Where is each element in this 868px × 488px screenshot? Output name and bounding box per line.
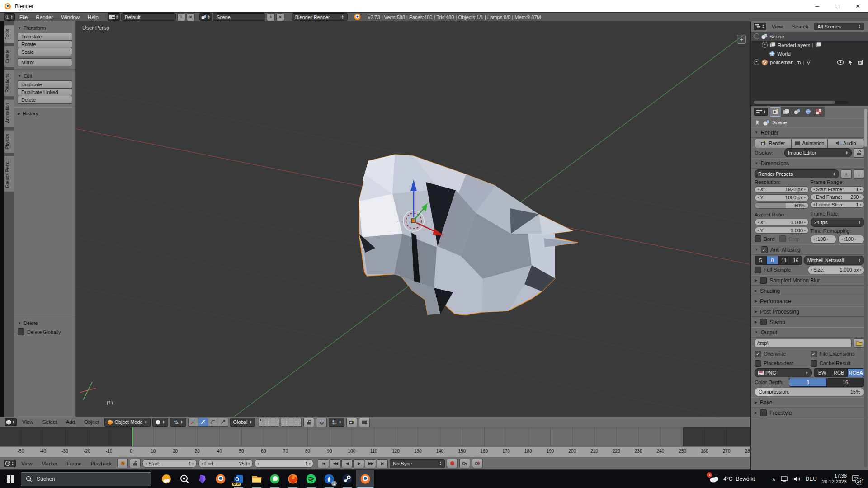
taskbar-app-blender-active[interactable] — [356, 470, 374, 488]
panel-header-stamp[interactable]: ▶ Stamp:::: — [751, 317, 868, 327]
timeline-ruler[interactable]: -50-40-30-20-100102030405060708090100110… — [0, 446, 750, 457]
taskbar-app-spotify[interactable] — [302, 470, 320, 488]
cache-result-checkbox[interactable] — [811, 360, 817, 367]
action-center-button[interactable]: 24 — [852, 475, 860, 483]
remap-old-field[interactable]: ◂:100▸ — [811, 235, 837, 244]
viewport-3d[interactable]: User Persp (1) + — [76, 21, 750, 417]
region-expand-icon[interactable]: + — [737, 35, 746, 44]
add-preset-button[interactable]: + — [841, 169, 852, 179]
delete-keying-set-icon[interactable] — [472, 459, 483, 468]
viewport-shading-select[interactable]: ▲▼ — [152, 418, 168, 427]
snap-element-select[interactable]: ▲▼ — [329, 418, 344, 427]
lock-to-scene-button[interactable] — [303, 418, 314, 427]
visibility-eye-icon[interactable] — [837, 60, 844, 65]
timeline-menu-frame[interactable]: Frame — [63, 461, 85, 466]
pivot-point-select[interactable]: ▲▼ — [170, 418, 186, 427]
aa-samples-11[interactable]: 11 — [778, 256, 790, 264]
panel-header-antialiasing[interactable]: ▼✓ Anti-Aliasing:::: — [751, 244, 868, 255]
render-engine-select[interactable]: Blender Render▲▼ — [292, 13, 348, 21]
motion-blur-checkbox[interactable] — [760, 277, 767, 284]
layers-grid-2[interactable] — [281, 418, 302, 427]
network-icon[interactable] — [781, 476, 788, 482]
expand-icon[interactable]: + — [754, 59, 760, 65]
record-icon[interactable] — [447, 459, 458, 468]
menu-window[interactable]: Window — [57, 14, 83, 20]
display-select[interactable]: Image Editor▲▼ — [784, 148, 852, 157]
taskbar-app-steam[interactable] — [338, 470, 356, 488]
taskbar-app-blender[interactable] — [212, 470, 230, 488]
duplicate-linked-button[interactable]: Duplicate Linked — [18, 88, 72, 96]
panel-header-performance[interactable]: ▶Performance:::: — [751, 296, 868, 306]
screen-layout-field[interactable]: Default — [121, 13, 176, 21]
panel-grip[interactable]: :::: — [66, 321, 72, 325]
file-format-select[interactable]: PNG▲▼ — [755, 368, 812, 377]
render-audio-button[interactable]: Audio — [828, 139, 864, 148]
snap-magnet-icon[interactable] — [316, 418, 327, 427]
full-sample-checkbox[interactable] — [755, 267, 761, 273]
channels-rgb[interactable]: RGB — [830, 369, 847, 377]
pin-icon[interactable] — [755, 120, 760, 126]
taskbar-app-weather[interactable] — [157, 470, 175, 488]
expand-icon[interactable]: + — [762, 42, 768, 48]
selectability-cursor-icon[interactable] — [848, 59, 853, 65]
object-menu[interactable]: Object — [80, 419, 103, 425]
taskbar-app-obsidian[interactable] — [193, 470, 212, 488]
resolution-y-field[interactable]: ◂Y:1080 px▸ — [755, 194, 809, 201]
panel-header-history[interactable]: ▶ History :::: — [18, 111, 72, 116]
outliner-menu-view[interactable]: View — [768, 24, 787, 29]
manipulator-translate-icon[interactable] — [198, 418, 208, 426]
opengl-render-button[interactable] — [346, 418, 357, 427]
panel-header-post-processing[interactable]: ▶Post Processing:::: — [751, 306, 868, 317]
current-frame-field[interactable]: ◂1▸ — [255, 459, 313, 468]
clock-widget[interactable]: 17:38 20.12.2023 — [822, 473, 847, 485]
tab-texture[interactable] — [814, 108, 824, 116]
channels-bw[interactable]: BW — [814, 369, 830, 377]
outliner-item-world[interactable]: World — [751, 49, 868, 58]
tab-physics[interactable]: Physics — [4, 130, 14, 153]
editor-type-button[interactable]: ⓘ▲▼ — [4, 13, 15, 21]
aa-samples-16[interactable]: 16 — [790, 256, 802, 264]
close-icon[interactable]: ✕ — [848, 0, 868, 12]
add-layout-button[interactable]: + — [177, 13, 185, 21]
delete-layout-button[interactable]: ✕ — [187, 13, 195, 21]
rotate-button[interactable]: Rotate — [18, 40, 72, 48]
timeline-menu-marker[interactable]: Marker — [38, 461, 61, 466]
render-button[interactable]: Render — [755, 139, 792, 148]
scene-selector-icon[interactable]: ▲▼ — [199, 13, 212, 21]
panel-header-transform[interactable]: ▼ Transform :::: — [18, 25, 72, 31]
sync-select[interactable]: No Sync▲▼ — [390, 459, 445, 468]
taskbar-app-remote-tool[interactable]: 1 — [320, 470, 338, 488]
panel-header-freestyle[interactable]: ▶ Freestyle:::: — [751, 408, 868, 418]
outliner-scrollbar[interactable] — [754, 101, 848, 104]
duplicate-button[interactable]: Duplicate — [18, 80, 72, 89]
view-menu[interactable]: View — [19, 419, 37, 425]
taskbar-app-whatsapp[interactable] — [266, 470, 284, 488]
frame-rate-select[interactable]: 24 fps▲▼ — [811, 218, 865, 227]
renderability-camera-icon[interactable] — [858, 60, 864, 65]
display-mode-select[interactable]: All Scenes▲▼ — [814, 23, 864, 30]
panel-header-sampled-motion-blur[interactable]: ▶ Sampled Motion Blur:::: — [751, 275, 868, 286]
delete-button[interactable]: Delete — [18, 96, 72, 104]
frame-step-field[interactable]: ◂Frame Step:1▸ — [811, 202, 865, 208]
tab-scene[interactable] — [792, 108, 802, 116]
translate-button[interactable]: Translate — [18, 33, 72, 41]
overwrite-checkbox[interactable]: ✓ — [755, 351, 761, 357]
properties-scrollbar[interactable] — [864, 109, 867, 467]
resolution-percent-slider[interactable]: 50% — [755, 202, 809, 209]
timeline-start-field[interactable]: ◂Start:1▸ — [142, 459, 197, 468]
layers-grid-1[interactable] — [259, 418, 279, 427]
aa-size-field[interactable]: ◂Size:1.000 px▸ — [808, 266, 865, 274]
aspect-x-field[interactable]: ◂X:1.000▸ — [755, 219, 809, 225]
stamp-checkbox[interactable] — [760, 319, 767, 325]
depth-16[interactable]: 16 — [826, 378, 864, 386]
output-path-field[interactable]: /tmp\ — [755, 339, 852, 347]
delete-globally-checkbox[interactable] — [18, 328, 24, 335]
preview-range-clock-icon[interactable] — [117, 459, 128, 468]
tray-overflow-chevron-icon[interactable]: ∧ — [772, 476, 776, 482]
lock-time-icon[interactable] — [130, 459, 141, 468]
panel-header-render[interactable]: ▼Render:::: — [751, 127, 868, 138]
crop-checkbox[interactable] — [779, 235, 786, 242]
placeholders-checkbox[interactable] — [755, 360, 761, 367]
maximize-icon[interactable]: □ — [827, 0, 848, 12]
jump-to-start-icon[interactable]: |◀ — [318, 459, 329, 468]
